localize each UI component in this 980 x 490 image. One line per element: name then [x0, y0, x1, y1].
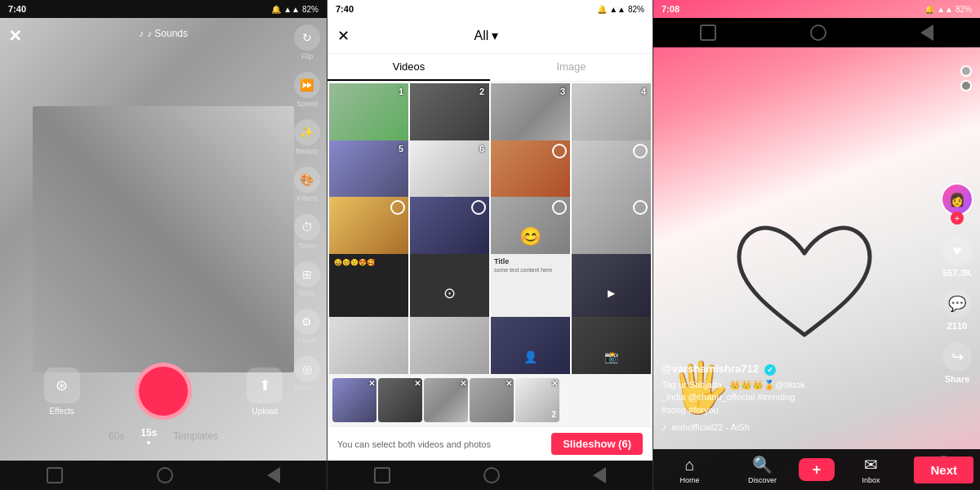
status-bar-2: 7:40 🔔 ▲▲ 82%: [327, 0, 653, 18]
beauty-icon: ✨: [294, 119, 320, 145]
android-nav-2: [327, 461, 653, 490]
home-nav-icon: ⌂: [684, 456, 694, 474]
selected-thumb-1[interactable]: ✕: [332, 378, 376, 422]
filters-button[interactable]: 🎨 Filters: [294, 167, 320, 203]
gallery-cell-19[interactable]: 👤: [491, 317, 570, 374]
home-button-3[interactable]: [810, 24, 826, 41]
dropdown-arrow-icon: ▾: [492, 28, 498, 43]
creator-avatar: 👩: [941, 183, 973, 216]
music-name: aishofficial22 - AiSh: [671, 422, 750, 432]
tab-image[interactable]: Image: [490, 54, 653, 81]
speed-icon: ⏩: [294, 72, 320, 98]
duration-templates[interactable]: Templates: [173, 430, 218, 442]
nav-discover[interactable]: 🔍 Discover: [726, 455, 799, 484]
dropdown-label: All: [474, 29, 489, 43]
record-button[interactable]: [135, 363, 192, 420]
gallery-header: ✕ All ▾: [327, 18, 653, 54]
gallery-footer: You can select both videos and photos Sl…: [327, 426, 653, 461]
selected-thumb-5[interactable]: ✕ 2: [515, 378, 559, 422]
gallery-close-button[interactable]: ✕: [337, 27, 350, 45]
gallery-cell-17[interactable]: K: [329, 317, 408, 374]
gallery-cell-18[interactable]: P: [410, 317, 489, 374]
notification-icon-2: 🔔: [597, 5, 607, 14]
flash-icon: ⚙: [294, 309, 320, 335]
comment-count: 2110: [947, 321, 967, 331]
signal-icon: ▲▲: [283, 5, 300, 14]
verified-icon: ✓: [764, 364, 776, 376]
slideshow-button[interactable]: Slideshow (6): [551, 433, 643, 455]
filters-icon: 🎨: [294, 167, 320, 193]
tiktok-screen: 7:08 🔔 ▲▲ 82% ← Following For You COVID-…: [653, 0, 980, 490]
follow-plus-badge: +: [951, 212, 964, 225]
camera-viewfinder: ✕ ♪ ♪ Sounds ↻ Flip ⏩ Speed ✨ Beauty 🎨 F…: [0, 18, 327, 461]
nav-add[interactable]: +: [799, 458, 835, 481]
inbox-nav-icon: ✉: [864, 455, 878, 474]
status-bar-3: 7:08 🔔 ▲▲ 82%: [653, 0, 980, 18]
flash-button[interactable]: ⚙ Flash: [294, 309, 320, 345]
signal-icon-2: ▲▲: [609, 5, 626, 14]
add-button[interactable]: +: [799, 458, 835, 481]
duration-60s[interactable]: 60s: [109, 430, 124, 442]
music-row: ♪ aishofficial22 - AiSh: [662, 421, 935, 433]
status-icons-2: 🔔 ▲▲ 82%: [597, 5, 644, 14]
battery-icon: 82%: [302, 5, 318, 14]
home-button[interactable]: [157, 467, 173, 483]
signal-icon-3: ▲▲: [937, 5, 953, 14]
close-button[interactable]: ✕: [8, 26, 22, 46]
timer-button[interactable]: ⏱ Timer: [294, 214, 320, 250]
status-icons-3: 🔔 ▲▲ 82%: [924, 5, 972, 14]
upload-icon: ⬆: [247, 368, 283, 403]
time-3: 7:08: [662, 4, 679, 14]
like-button[interactable]: ♥ 557.3K: [942, 236, 972, 278]
camera-bottom-controls: ⊛ Effects ⬆ Upload: [0, 363, 327, 420]
back-button[interactable]: [267, 467, 280, 483]
camera-screen: 7:40 🔔 ▲▲ 82% ✕ ♪ ♪ Sounds ↻ Flip ⏩ Spee…: [0, 0, 327, 490]
beauty-button[interactable]: ✨ Beauty: [294, 119, 320, 155]
selected-thumb-4[interactable]: ✕: [470, 378, 514, 422]
timer-icon: ⏱: [294, 214, 320, 240]
check-8: [633, 144, 648, 158]
creator-avatar-item[interactable]: 👩 +: [941, 183, 973, 225]
android-nav-1: [0, 461, 327, 490]
wide-icon: ⊞: [294, 261, 320, 287]
selected-thumb-2[interactable]: ✕: [378, 378, 422, 422]
sounds-button[interactable]: ♪ ♪ Sounds: [139, 28, 188, 39]
gallery-cell-20[interactable]: 📸: [572, 317, 651, 374]
right-toolbar: ↻ Flip ⏩ Speed ✨ Beauty 🎨 Filters ⏱ Time…: [294, 24, 320, 391]
like-count: 557.3K: [942, 268, 971, 278]
flip-button[interactable]: ↻ Flip: [294, 24, 320, 60]
share-button[interactable]: ↪ Share: [942, 342, 972, 384]
comment-button[interactable]: 💬 2110: [942, 289, 972, 331]
home-button-2[interactable]: [483, 467, 500, 483]
comment-icon: 💬: [942, 289, 972, 318]
battery-icon-3: 82%: [956, 5, 972, 14]
time-1: 7:40: [8, 4, 26, 14]
duration-15s[interactable]: 15s: [140, 427, 157, 444]
speed-label: Speed: [296, 100, 318, 108]
recent-apps-button[interactable]: [47, 467, 63, 483]
upload-button[interactable]: ⬆ Upload: [247, 368, 283, 416]
recent-apps-button-3[interactable]: [700, 24, 716, 41]
discover-nav-label: Discover: [748, 476, 777, 484]
home-nav-label: Home: [679, 476, 699, 484]
video-caption: Tag ur Sahjada...👑👑👑🏅@tiktok_india @shan…: [662, 379, 935, 416]
speed-button[interactable]: ⏩ Speed: [294, 72, 320, 108]
tab-videos[interactable]: Videos: [327, 54, 490, 81]
battery-icon-2: 82%: [628, 5, 644, 14]
selected-thumb-3[interactable]: ✕: [424, 378, 468, 422]
wide-label: Wide: [299, 289, 316, 297]
back-button-2[interactable]: [593, 467, 606, 483]
wide-button[interactable]: ⊞ Wide: [294, 261, 320, 297]
nav-home[interactable]: ⌂ Home: [653, 456, 726, 484]
back-button-3[interactable]: [920, 24, 933, 41]
effects-button[interactable]: ⊛ Effects: [44, 368, 80, 416]
heart-drawing: [723, 212, 886, 359]
notification-icon-3: 🔔: [924, 5, 934, 14]
recent-apps-button-2[interactable]: [374, 467, 390, 483]
gallery-dropdown[interactable]: All ▾: [474, 28, 499, 43]
nav-inbox[interactable]: ✉ Inbox: [835, 455, 907, 484]
discover-nav-icon: 🔍: [752, 455, 773, 474]
status-icons-1: 🔔 ▲▲ 82%: [271, 5, 318, 14]
next-button[interactable]: Next: [914, 457, 973, 483]
creator-username: @varshamishra712 ✓: [662, 363, 935, 376]
